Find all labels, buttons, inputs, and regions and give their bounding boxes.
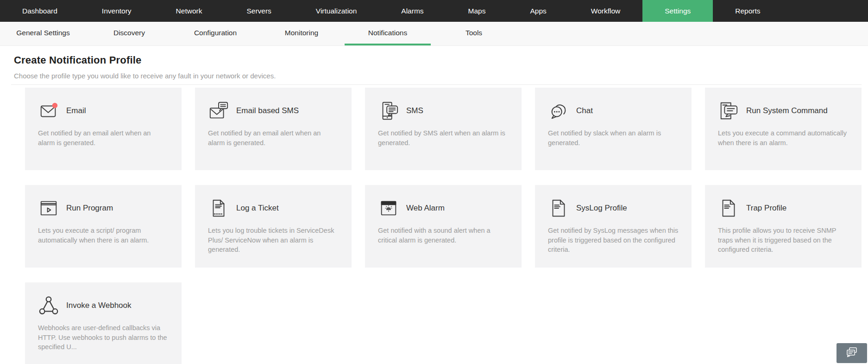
notification-profile-card[interactable]: SysLog Profile Get notified by SysLog me… [535, 185, 692, 268]
top-nav-item[interactable]: Inventory [80, 0, 154, 22]
profile-title: Run System Command [746, 106, 828, 115]
top-nav-item[interactable]: Settings [642, 0, 713, 22]
webhook-icon [38, 295, 59, 316]
top-nav-item-label: Alarms [401, 7, 423, 15]
sub-nav-tab[interactable]: Monitoring [258, 22, 345, 45]
profile-title: Web Alarm [406, 204, 445, 213]
profile-title: Email based SMS [236, 106, 299, 115]
notification-profile-card[interactable]: Trap Profile This profile allows you to … [705, 185, 862, 268]
profile-description: This profile allows you to receive SNMP … [718, 226, 849, 255]
profile-description: Get notified by SysLog messages when thi… [548, 226, 679, 255]
main-content: Create Notification Profile Choose the p… [0, 46, 868, 364]
profile-card-header: SMS [378, 100, 509, 122]
profile-title: SysLog Profile [576, 204, 627, 213]
syslog-profile-icon [548, 198, 569, 219]
top-nav-item[interactable]: Maps [446, 0, 508, 22]
profile-title: Email [66, 106, 86, 115]
profile-description: Webhooks are user-defined callbacks via … [38, 323, 169, 352]
run-program-icon [38, 198, 59, 219]
top-navigation: Dashboard Inventory Network Servers Virt… [0, 0, 868, 22]
profile-description: Lets you execute a command automatically… [718, 128, 849, 147]
profile-description: Get notified by an email alert when an a… [208, 128, 339, 147]
top-nav-item-label: Virtualization [316, 7, 357, 15]
notification-profile-card[interactable]: SMS Get notified by SMS alert when an al… [365, 88, 522, 170]
notification-profile-card[interactable]: Invoke a Webhook Webhooks are user-defin… [25, 282, 182, 364]
top-nav-item[interactable]: Alarms [379, 0, 446, 22]
notification-profiles-area: Email Get notified by an email alert whe… [11, 84, 862, 364]
profile-description: Lets you log trouble tickets in ServiceD… [208, 226, 339, 255]
top-nav-item-label: Reports [735, 7, 760, 15]
top-nav-item-label: Maps [468, 7, 486, 15]
top-nav-item-label: Network [176, 7, 202, 15]
notification-profile-card[interactable]: Email Get notified by an email alert whe… [25, 88, 182, 170]
sub-nav-tab[interactable]: Configuration [172, 22, 258, 45]
profile-card-header: Trap Profile [718, 197, 849, 219]
chat-console-button[interactable] [837, 343, 867, 363]
profile-description: Get notified by slack when an alarm is g… [548, 128, 679, 147]
profile-title: Chat [576, 106, 593, 115]
notification-profile-card[interactable]: Run Program Lets you execute a script/ p… [25, 185, 182, 268]
notification-profile-card[interactable]: Chat Get notified by slack when an alarm… [535, 88, 692, 170]
top-nav-item-label: Servers [246, 7, 271, 15]
sub-nav-tab-label: General Settings [16, 29, 69, 37]
profile-card-header: Invoke a Webhook [38, 294, 169, 317]
sub-nav-tab-label: Tools [465, 29, 482, 37]
profile-card-header: Email [38, 100, 169, 122]
profile-card-header: Web Alarm [378, 197, 509, 219]
top-nav-item-label: Workflow [591, 7, 620, 15]
sub-nav-tab[interactable]: Tools [431, 22, 517, 45]
notification-profile-card[interactable]: Web Alarm Get notified with a sound aler… [365, 185, 522, 268]
sms-icon [378, 100, 399, 121]
profile-title: Run Program [66, 204, 113, 213]
top-nav-item[interactable]: Workflow [569, 0, 642, 22]
sub-nav-tab[interactable]: Discovery [86, 22, 172, 45]
profile-card-header: Email based SMS [208, 100, 339, 122]
email-icon [38, 100, 59, 121]
chat-icon [548, 100, 569, 121]
top-nav-item[interactable]: Network [154, 0, 225, 22]
notification-profile-card[interactable]: Email based SMS Get notified by an email… [195, 88, 352, 170]
profile-title: Log a Ticket [236, 204, 279, 213]
top-nav-item[interactable]: Virtualization [294, 0, 379, 22]
page-title: Create Notification Profile [14, 54, 868, 66]
notification-profiles-grid: Email Get notified by an email alert whe… [25, 88, 862, 364]
page-subtitle: Choose the profile type you would like t… [14, 72, 868, 80]
profile-card-header: Run Program [38, 197, 169, 219]
notification-profile-card[interactable]: Run System Command Lets you execute a co… [705, 88, 862, 170]
chat-console-icon [844, 345, 860, 361]
system-command-icon [718, 100, 739, 121]
profile-title: SMS [406, 106, 423, 115]
profile-card-header: Run System Command [718, 100, 849, 122]
log-ticket-icon [208, 198, 229, 219]
profile-description: Get notified by SMS alert when an alarm … [378, 128, 509, 147]
profile-title: Trap Profile [746, 204, 786, 213]
top-nav-item[interactable]: Apps [508, 0, 568, 22]
sub-nav-tab-label: Notifications [368, 29, 407, 37]
profile-description: Get notified by an email alert when an a… [38, 128, 169, 147]
top-nav-item-label: Settings [665, 7, 691, 15]
profile-card-header: Log a Ticket [208, 197, 339, 219]
top-nav-item-label: Inventory [102, 7, 132, 15]
sub-nav-tab-label: Configuration [194, 29, 237, 37]
profile-card-header: Chat [548, 100, 679, 122]
top-nav-item[interactable]: Servers [224, 0, 293, 22]
notification-profile-card[interactable]: Log a Ticket Lets you log trouble ticket… [195, 185, 352, 268]
email-sms-icon [208, 100, 229, 121]
trap-profile-icon [718, 198, 739, 219]
sub-nav-tab[interactable]: General Settings [0, 22, 86, 45]
sub-nav-tab[interactable]: Notifications [345, 22, 431, 45]
profile-description: Lets you execute a script/ program autom… [38, 226, 169, 245]
sub-nav-tab-label: Discovery [113, 29, 145, 37]
top-nav-item[interactable]: Reports [713, 0, 782, 22]
sub-nav-tab-label: Monitoring [285, 29, 318, 37]
web-alarm-icon [378, 198, 399, 219]
profile-description: Get notified with a sound alert when a c… [378, 226, 509, 245]
profile-card-header: SysLog Profile [548, 197, 679, 219]
top-nav-item-label: Dashboard [22, 7, 57, 15]
top-nav-item-label: Apps [530, 7, 546, 15]
settings-sub-navigation: General Settings Discovery Configuration… [0, 22, 868, 46]
top-nav-item[interactable]: Dashboard [0, 0, 80, 22]
profile-title: Invoke a Webhook [66, 301, 132, 310]
